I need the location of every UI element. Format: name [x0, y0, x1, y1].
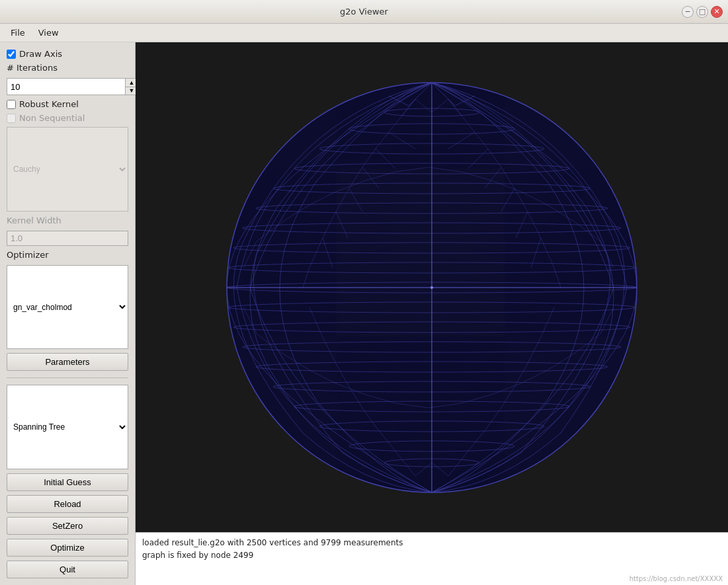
window-controls: − □ ✕: [682, 6, 723, 18]
reload-button[interactable]: Reload: [7, 495, 128, 513]
quit-button[interactable]: Quit: [7, 561, 128, 578]
right-area: loaded result_lie.g2o with 2500 vertices…: [136, 42, 728, 585]
menubar: File View: [0, 24, 728, 42]
non-sequential-checkbox: [7, 114, 16, 123]
separator-1: [7, 377, 128, 378]
statusbar-url: https://blog.csdn.net/XXXXX: [629, 575, 723, 582]
window-title: g2o Viewer: [340, 7, 388, 17]
optimizer-select[interactable]: gn_var_cholmod: [7, 265, 128, 350]
setzero-button[interactable]: SetZero: [7, 517, 128, 535]
draw-axis-checkbox[interactable]: [7, 50, 16, 59]
robust-kernel-row: Robust Kernel: [7, 99, 128, 109]
maximize-button[interactable]: □: [696, 6, 708, 18]
menu-view[interactable]: View: [32, 26, 65, 40]
iterations-label: # Iterations: [7, 63, 128, 73]
titlebar: g2o Viewer − □ ✕: [0, 0, 728, 24]
draw-axis-row: Draw Axis: [7, 49, 128, 59]
menu-file[interactable]: File: [4, 26, 32, 40]
minimize-button[interactable]: −: [682, 6, 694, 18]
non-sequential-label: Non Sequential: [19, 113, 85, 123]
statusbar: loaded result_lie.g2o with 2500 vertices…: [136, 532, 728, 585]
kernel-type-select: Cauchy: [7, 127, 128, 212]
optimize-button[interactable]: Optimize: [7, 539, 128, 557]
sphere-center: [430, 286, 433, 289]
robust-kernel-label[interactable]: Robust Kernel: [19, 99, 79, 109]
status-line-2: graph is fixed by node 2499: [142, 549, 721, 562]
initial-guess-button[interactable]: Initial Guess: [7, 473, 128, 491]
parameters-button[interactable]: Parameters: [7, 353, 128, 371]
kernel-width-input: 1.0: [7, 231, 128, 246]
close-button[interactable]: ✕: [711, 6, 723, 18]
iterations-input[interactable]: 10: [7, 78, 125, 95]
draw-axis-label[interactable]: Draw Axis: [19, 49, 62, 59]
sphere-container: [136, 42, 728, 532]
viewport[interactable]: [136, 42, 728, 532]
kernel-width-label: Kernel Width: [7, 215, 128, 225]
left-panel: Draw Axis # Iterations 10 ▲ ▼ Robust Ker…: [0, 42, 136, 585]
optimizer-label: Optimizer: [7, 250, 128, 260]
non-sequential-row: Non Sequential: [7, 113, 128, 123]
iterations-spinbox: 10 ▲ ▼: [7, 78, 128, 95]
spanning-tree-select[interactable]: Spanning Tree: [7, 385, 128, 469]
status-line-1: loaded result_lie.g2o with 2500 vertices…: [142, 537, 721, 549]
robust-kernel-checkbox[interactable]: [7, 100, 16, 109]
sphere-svg: [190, 63, 673, 512]
main-layout: Draw Axis # Iterations 10 ▲ ▼ Robust Ker…: [0, 42, 728, 585]
